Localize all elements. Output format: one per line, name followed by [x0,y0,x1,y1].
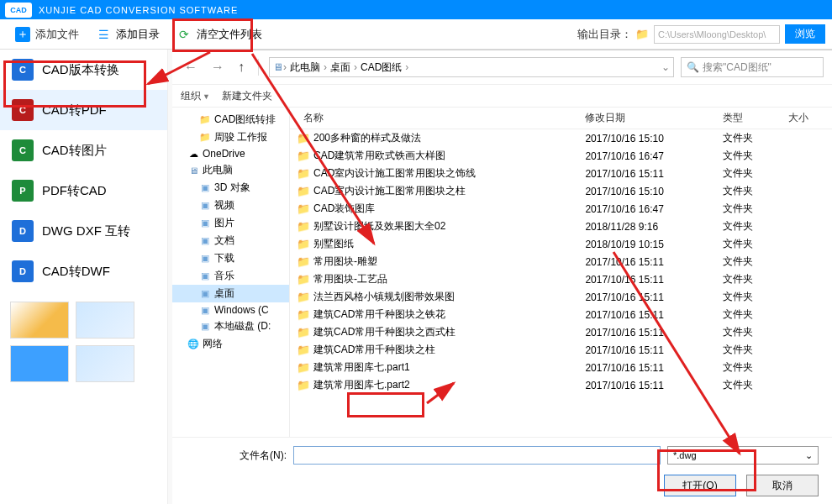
folder-icon: 📁 [297,202,310,215]
tree-node[interactable]: ▣桌面 [172,285,289,302]
file-date: 2017/10/16 15:11 [578,165,716,182]
sidebar-item-cad2pdf[interactable]: C CAD转PDF [0,90,167,130]
file-name: 常用图块-雕塑 [313,255,377,269]
tree-node[interactable]: ▣3D 对象 [172,179,289,197]
cad-icon: C [12,59,34,81]
add-file-label: 添加文件 [35,27,79,42]
tree-node[interactable]: ▣音乐 [172,267,289,285]
file-row[interactable]: 📁CAD室内设计施工图常用图块之柱2017/10/16 15:10文件夹 [290,182,832,200]
file-list: 名称 修改日期 类型 大小 📁200多种窗的样式及做法2017/10/16 15… [290,108,832,437]
sidebar-item-pdf2cad[interactable]: P PDF转CAD [0,171,167,211]
tree-node[interactable]: ▣视频 [172,197,289,214]
path-dropdown-icon[interactable]: ⌄ [661,61,670,73]
toolbar: ＋ 添加文件 ☰ 添加目录 ⟳ 清空文件列表 输出目录： 📁 C:\Users\… [0,19,832,50]
cancel-button[interactable]: 取消 [746,475,819,496]
tree-node[interactable]: 🌐网络 [172,335,289,353]
file-row[interactable]: 📁建筑CAD常用千种图块之铁花2017/10/16 15:11文件夹 [290,306,832,323]
file-name: CAD建筑常用欧式铁画大样图 [313,149,445,163]
cad-pdf-icon: C [12,99,34,121]
sidebar-item-dwg-dxf[interactable]: D DWG DXF 互转 [0,211,167,251]
search-icon: 🔍 [687,61,699,73]
file-date: 2017/10/16 15:11 [578,341,716,359]
file-row[interactable]: 📁CAD建筑常用欧式铁画大样图2017/10/16 16:47文件夹 [290,147,832,165]
clear-label: 清空文件列表 [197,27,262,42]
sidebar-item-label: DWG DXF 互转 [42,223,130,239]
sidebar-item-version[interactable]: C CAD版本转换 [0,50,167,90]
organize-menu[interactable]: 组织▼ [181,89,210,103]
tree-node[interactable]: 📁CAD图纸转排 [172,111,289,129]
col-name[interactable]: 名称 [290,108,578,129]
sidebar-item-cad2img[interactable]: C CAD转图片 [0,130,167,171]
tree-node[interactable]: ▣下载 [172,249,289,267]
folder-icon: 📁 [297,344,310,356]
file-row[interactable]: 📁别墅图纸2018/10/19 10:15文件夹 [290,235,832,253]
file-name: 常用图块-工艺品 [313,272,387,286]
output-path-field[interactable]: C:\Users\Mloong\Desktop\ [654,25,780,44]
search-input[interactable]: 🔍 搜索"CAD图纸" [681,57,824,77]
col-date[interactable]: 修改日期 [578,108,716,129]
col-size[interactable]: 大小 [782,108,832,129]
file-row[interactable]: 📁建筑常用图库七.part12017/10/16 15:11文件夹 [290,359,832,376]
path-seg-2[interactable]: CAD图纸 [357,60,405,75]
tree-node[interactable]: 📁周骏 工作报 [172,129,289,146]
net-icon: 🌐 [187,339,199,350]
tree-node[interactable]: ▣文档 [172,232,289,249]
folder-icon: 📁 [297,185,310,197]
thumb-4[interactable] [76,345,134,382]
sidebar-item-label: PDF转CAD [42,183,107,199]
thumb-1[interactable] [10,302,69,339]
tree-label: 3D 对象 [214,181,250,195]
nav-up-button[interactable]: ↑ [234,58,248,76]
drive-icon: ▣ [199,304,211,316]
tree-node[interactable]: ☁OneDrive [172,146,289,161]
tree-label: OneDrive [203,148,245,160]
tree-node[interactable]: ▣Windows (C [172,302,289,318]
new-folder-button[interactable]: 新建文件夹 [222,89,272,103]
open-button[interactable]: 打开(O) [664,475,736,496]
tree-node[interactable]: ▣图片 [172,214,289,232]
folder-icon: 📁 [297,220,310,233]
dialog-nav: ← → ↑ 🖥 › 此电脑 › 桌面 › CAD图纸 › ⌄ 🔍 搜索"CAD图… [172,50,832,84]
tree-node[interactable]: 🖥此电脑 [172,161,289,179]
add-dir-button[interactable]: ☰ 添加目录 [87,24,168,45]
filename-input[interactable] [293,446,661,465]
folder-icon: 📁 [297,291,310,303]
file-row[interactable]: 📁别墅设计图纸及效果图大全022018/11/28 9:16文件夹 [290,218,832,235]
nav-forward-button[interactable]: → [208,58,228,76]
add-file-button[interactable]: ＋ 添加文件 [7,24,87,45]
folder-icon: 📁 [297,255,310,268]
file-row[interactable]: 📁建筑CAD常用千种图块之柱2017/10/16 15:11文件夹 [290,341,832,359]
file-row[interactable]: 📁CAD室内设计施工图常用图块之饰线2017/10/16 15:11文件夹 [290,165,832,182]
file-row[interactable]: 📁常用图块-雕塑2017/10/16 15:11文件夹 [290,253,832,270]
tree-label: 网络 [203,337,223,351]
file-name: 建筑常用图库七.part1 [313,360,410,375]
fold-icon: 📁 [199,132,211,144]
app-logo: CAD [5,3,32,18]
file-type: 文件夹 [716,376,782,394]
path-seg-0[interactable]: 此电脑 [287,60,324,75]
add-dir-label: 添加目录 [116,27,160,42]
tree-label: 桌面 [214,286,234,301]
thumb-3[interactable] [10,345,69,382]
thumb-2[interactable] [76,302,134,339]
path-seg-1[interactable]: 桌面 [327,60,354,75]
file-row[interactable]: 📁200多种窗的样式及做法2017/10/16 15:10文件夹 [290,129,832,148]
clear-button[interactable]: ⟳ 清空文件列表 [168,24,271,45]
file-row[interactable]: 📁常用图块-工艺品2017/10/16 15:11文件夹 [290,270,832,288]
file-row[interactable]: 📁建筑CAD常用千种图块之西式柱2017/10/16 15:11文件夹 [290,323,832,341]
file-row[interactable]: 📁CAD装饰图库2017/10/16 16:47文件夹 [290,200,832,218]
path-bar[interactable]: 🖥 › 此电脑 › 桌面 › CAD图纸 › ⌄ [269,57,674,77]
file-type: 文件夹 [716,253,782,270]
col-type[interactable]: 类型 [716,108,782,129]
folder-icon: 📁 [297,273,310,286]
file-date: 2017/10/16 15:10 [578,129,716,148]
browse-button[interactable]: 浏览 [785,24,825,44]
sidebar-item-cad2dwf[interactable]: D CAD转DWF [0,251,167,291]
file-row[interactable]: 📁法兰西风格小镇规划图带效果图2017/10/16 15:11文件夹 [290,288,832,306]
tree-node[interactable]: ▣本地磁盘 (D: [172,318,289,335]
file-row[interactable]: 📁建筑常用图库七.part22017/10/16 15:11文件夹 [290,376,832,394]
pdf-cad-icon: P [12,180,34,202]
nav-back-button[interactable]: ← [181,58,201,76]
file-filter-select[interactable]: *.dwg ⌄ [667,446,819,465]
file-type: 文件夹 [716,182,782,200]
